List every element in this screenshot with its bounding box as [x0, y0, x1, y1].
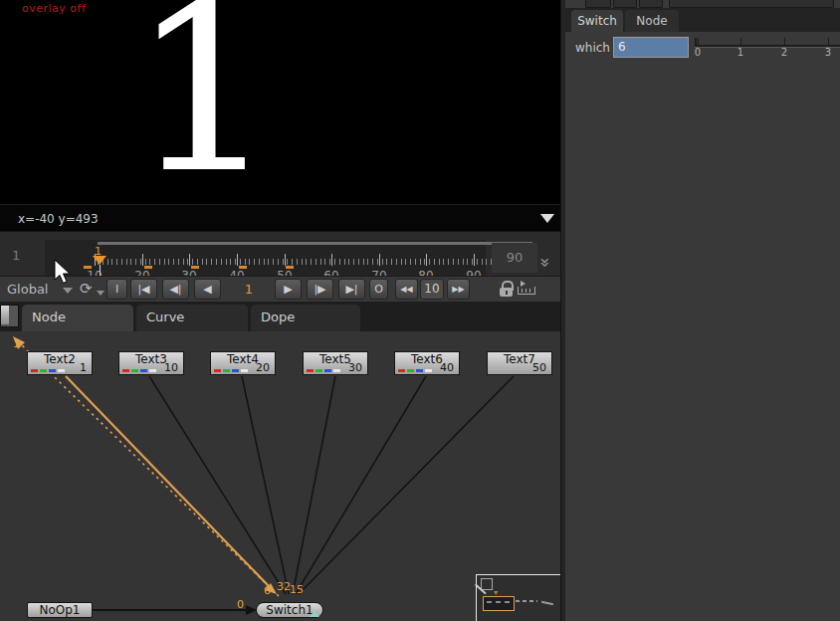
- range-start-value[interactable]: 1: [12, 248, 20, 263]
- keyframe-marker: [286, 266, 294, 269]
- switch-input-number: 15: [290, 583, 304, 596]
- current-frame-field[interactable]: 1: [237, 282, 261, 297]
- nuke-window: overlay off 1 x=-40 y=493 1 10 20 30 40 …: [0, 0, 840, 621]
- viewer-info-dropdown-icon[interactable]: [540, 214, 554, 223]
- node-text3[interactable]: Text3 10: [118, 351, 184, 375]
- switch-input-number: 6: [264, 584, 271, 597]
- tab-switch[interactable]: Switch: [571, 10, 623, 32]
- tab-dope-sheet[interactable]: Dope Sheet✕: [251, 305, 360, 331]
- node-label: 20: [256, 360, 270, 375]
- viewer-image-digit: 1: [119, 0, 289, 205]
- major-tick: [142, 254, 143, 266]
- minimap-wire: [541, 601, 553, 605]
- node-name: Text6: [411, 352, 443, 366]
- step-forward-button[interactable]: |▶: [307, 279, 333, 300]
- timeline-row: 1 10 20 30 40 50 60 70 80 90: [0, 231, 560, 277]
- major-tick: [189, 254, 190, 266]
- minor-ticks: [98, 259, 525, 265]
- channel-chips: [31, 369, 65, 372]
- node-text6[interactable]: Text6 40: [394, 351, 460, 375]
- minimap-focus-rect: [483, 596, 515, 611]
- content-tab-strip: Node Graph✕ Curve Editor✕ Dope Sheet✕: [0, 302, 560, 331]
- major-tick: [285, 254, 286, 266]
- go-to-end-button[interactable]: ▶|: [338, 279, 365, 300]
- switch-indicator-icon: [310, 610, 319, 617]
- slider-tick-label: 0: [690, 47, 706, 58]
- cropped-toolbar-button[interactable]: [613, 0, 637, 8]
- which-slider[interactable]: [695, 45, 840, 48]
- flipbook-range-icon[interactable]: [518, 282, 534, 295]
- node-text7[interactable]: Text7 50: [487, 351, 552, 375]
- node-name: Text2: [44, 352, 76, 366]
- node-text2[interactable]: Text2 1: [27, 351, 93, 375]
- keyframe-marker: [239, 266, 247, 269]
- node-text4[interactable]: Text4 20: [210, 351, 276, 375]
- slider-tick: [828, 38, 829, 46]
- node-label: 30: [348, 360, 362, 375]
- jump-back-button[interactable]: ◀◀: [395, 279, 418, 300]
- cropped-toolbar-button[interactable]: [585, 0, 611, 8]
- node-label: 40: [440, 360, 454, 375]
- channel-chips: [214, 369, 248, 372]
- node-text5[interactable]: Text5 30: [303, 351, 368, 375]
- cropped-toolbar-button[interactable]: [639, 0, 663, 8]
- lock-icon[interactable]: [500, 281, 514, 298]
- node-name: NoOp1: [39, 603, 80, 617]
- slider-tick-label: 2: [776, 47, 792, 58]
- tab-node[interactable]: Node: [625, 10, 679, 32]
- pane-menu-icon[interactable]: [0, 305, 19, 327]
- major-tick: [237, 254, 238, 266]
- o-button[interactable]: O: [369, 279, 388, 300]
- switch-input-number: 32: [277, 580, 291, 593]
- channel-chips: [122, 369, 156, 372]
- chevron-down-icon[interactable]: [63, 288, 73, 294]
- node-label: 10: [164, 360, 178, 375]
- node-graph-canvas[interactable]: 1 Text2 1 Text3 10 Text4 20 Text5 30 Tex…: [0, 331, 560, 621]
- go-to-start-button[interactable]: |◀: [130, 279, 157, 300]
- range-end-value[interactable]: 90: [492, 243, 537, 273]
- keyframe-marker: [191, 266, 199, 269]
- step-back-button[interactable]: ◀|: [162, 279, 189, 300]
- keyframe-marker: [144, 266, 152, 269]
- slider-tick: [740, 38, 741, 46]
- playback-loop-icon[interactable]: ⟳: [80, 280, 93, 298]
- timeline-ruler[interactable]: 10 20 30 40 50 60 70 80 90 1: [45, 240, 486, 277]
- node-label: 50: [532, 360, 546, 375]
- loop-dropdown-icon[interactable]: [97, 291, 105, 296]
- frame-increment-field[interactable]: 10: [420, 279, 444, 300]
- keyframe-marker: [84, 266, 92, 269]
- input-toggle-button[interactable]: I: [106, 279, 127, 300]
- play-button[interactable]: ▶: [275, 279, 302, 300]
- node-name: Text3: [135, 352, 167, 366]
- which-param-label: which: [575, 41, 610, 55]
- major-tick: [331, 254, 332, 266]
- tab-curve-editor[interactable]: Curve Editor✕: [136, 305, 248, 331]
- major-tick: [379, 254, 380, 266]
- tab-node-graph[interactable]: Node Graph✕: [22, 305, 133, 331]
- node-label: 1: [80, 360, 87, 375]
- playhead-marker[interactable]: [93, 256, 106, 265]
- node-name: Switch1: [266, 603, 313, 617]
- viewer-info-bar: x=-40 y=493: [0, 204, 560, 232]
- node-noop1[interactable]: NoOp1: [27, 602, 93, 618]
- collapse-chevrons-icon[interactable]: »: [535, 258, 555, 268]
- frame-range-mode-dropdown[interactable]: Global: [7, 282, 48, 297]
- slider-tick: [784, 38, 785, 46]
- play-backward-button[interactable]: ◀: [194, 279, 221, 300]
- slider-tick-label: 1: [733, 47, 748, 58]
- graph-minimap[interactable]: ▾: [476, 574, 560, 621]
- which-value-field[interactable]: 6: [613, 37, 689, 58]
- node-name: Text4: [227, 352, 259, 366]
- jump-forward-button[interactable]: ▶▶: [447, 279, 470, 300]
- major-tick: [474, 254, 475, 266]
- cropped-toolbar-field[interactable]: [669, 0, 834, 8]
- slider-tick-label: 3: [820, 47, 836, 58]
- overlay-status-text: overlay off: [22, 2, 86, 15]
- transport-bar: Global ⟳ I |◀ ◀| ◀ 1 ▶ |▶ ▶| O ◀◀ 10 ▶▶: [0, 276, 560, 303]
- viewer-canvas[interactable]: overlay off 1: [0, 0, 560, 204]
- node-switch1[interactable]: Switch1: [256, 602, 323, 618]
- offscreen-input-label: 1: [13, 337, 20, 350]
- properties-panel: Switch Node which 6 0 1 2 3: [565, 0, 840, 621]
- channel-chips: [398, 369, 432, 372]
- cache-strip: [98, 242, 532, 245]
